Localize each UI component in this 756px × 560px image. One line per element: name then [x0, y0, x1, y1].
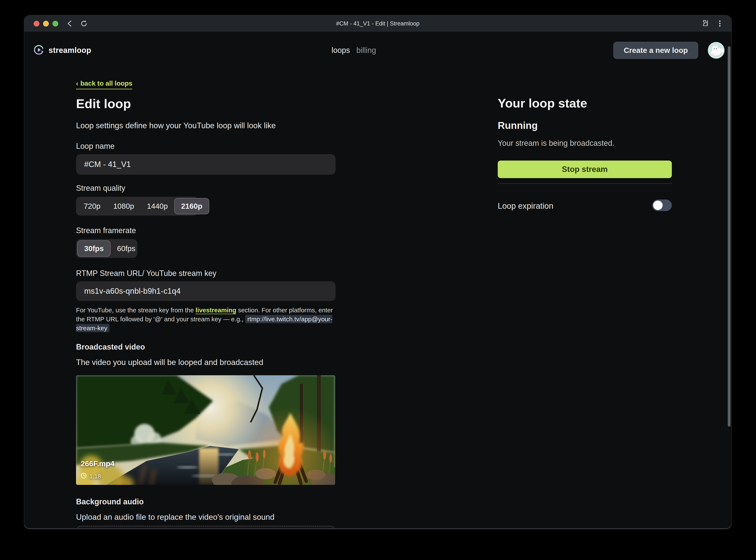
stream-framerate-label: Stream framerate — [76, 226, 136, 235]
brand-name: streamloop — [49, 46, 91, 55]
broadcasted-video-description: The video you upload will be looped and … — [76, 358, 263, 367]
streamloop-logo-icon — [33, 44, 45, 57]
quality-option-1080p[interactable]: 1080p — [107, 198, 140, 214]
framerate-option-30fps[interactable]: 30fps — [77, 240, 111, 257]
livestreaming-link[interactable]: livestreaming — [196, 306, 236, 314]
quality-option-2160p[interactable]: 2160p — [174, 198, 209, 214]
back-to-all-loops-link[interactable]: ‹ back to all loops — [76, 80, 132, 89]
stream-framerate-segmented-control: 30fps 60fps — [76, 239, 137, 258]
minimize-window-button[interactable] — [43, 21, 49, 26]
browser-menu-icon[interactable] — [716, 19, 724, 28]
video-duration: 1:18 — [89, 473, 101, 480]
page-content: streamloop loops billing Create a new lo… — [24, 32, 731, 528]
rtmp-stream-key-input[interactable] — [76, 281, 335, 301]
main-nav: loops billing — [331, 46, 376, 55]
nav-item-billing[interactable]: billing — [356, 46, 376, 55]
loop-state-title: Your loop state — [498, 96, 587, 110]
extensions-icon[interactable] — [700, 19, 709, 28]
avatar[interactable] — [708, 42, 724, 59]
browser-toolbar: #CM - 41_V1 - Edit | Streamloop — [24, 15, 731, 32]
rtmp-label: RTMP Stream URL/ YouTube stream key — [76, 269, 216, 278]
clock-icon — [81, 473, 87, 480]
loop-expiration-label: Loop expiration — [498, 201, 554, 211]
background-audio-description: Upload an audio file to replace the vide… — [76, 513, 275, 522]
audio-upload-dropzone[interactable] — [76, 526, 335, 528]
loop-name-input[interactable] — [76, 154, 335, 175]
back-icon[interactable] — [65, 19, 74, 28]
close-window-button[interactable] — [34, 21, 39, 26]
app-header: streamloop loops billing Create a new lo… — [24, 32, 731, 68]
nav-item-loops[interactable]: loops — [331, 46, 350, 55]
video-thumbnail[interactable]: 266F.mp4 1:18 — [76, 375, 335, 485]
background-audio-label: Background audio — [76, 497, 144, 506]
page-subtitle: Loop settings define how your YouTube lo… — [76, 121, 276, 130]
quality-option-1440p[interactable]: 1440p — [140, 198, 174, 214]
video-meta: 266F.mp4 1:18 — [81, 459, 115, 480]
reload-icon[interactable] — [80, 19, 88, 28]
framerate-option-60fps[interactable]: 60fps — [111, 240, 142, 257]
browser-tab-title: #CM - 41_V1 - Edit | Streamloop — [336, 20, 420, 27]
loop-status: Running — [498, 120, 538, 131]
scrollbar-thumb[interactable] — [728, 46, 731, 427]
stream-quality-label: Stream quality — [76, 184, 125, 193]
toggle-knob — [653, 201, 663, 210]
browser-window: #CM - 41_V1 - Edit | Streamloop — [24, 15, 731, 528]
broadcasted-video-label: Broadcasted video — [76, 342, 145, 352]
back-chevron-icon: ‹ — [76, 80, 78, 87]
page-title: Edit loop — [76, 96, 131, 111]
divider — [498, 183, 672, 184]
video-filename: 266F.mp4 — [81, 459, 115, 468]
traffic-lights — [34, 21, 58, 26]
loop-status-detail: Your stream is being broadcasted. — [498, 139, 615, 148]
rtmp-helper-text: For YouTube, use the stream key from the… — [76, 306, 335, 333]
stream-quality-segmented-control: 720p 1080p 1440p 2160p — [76, 197, 198, 216]
stop-stream-button[interactable]: Stop stream — [498, 161, 672, 178]
brand[interactable]: streamloop — [33, 44, 91, 57]
quality-option-720p[interactable]: 720p — [77, 198, 107, 214]
loop-expiration-toggle[interactable] — [652, 200, 672, 211]
loop-name-label: Loop name — [76, 142, 115, 151]
create-new-loop-button[interactable]: Create a new loop — [613, 42, 698, 59]
zoom-window-button[interactable] — [53, 21, 58, 26]
